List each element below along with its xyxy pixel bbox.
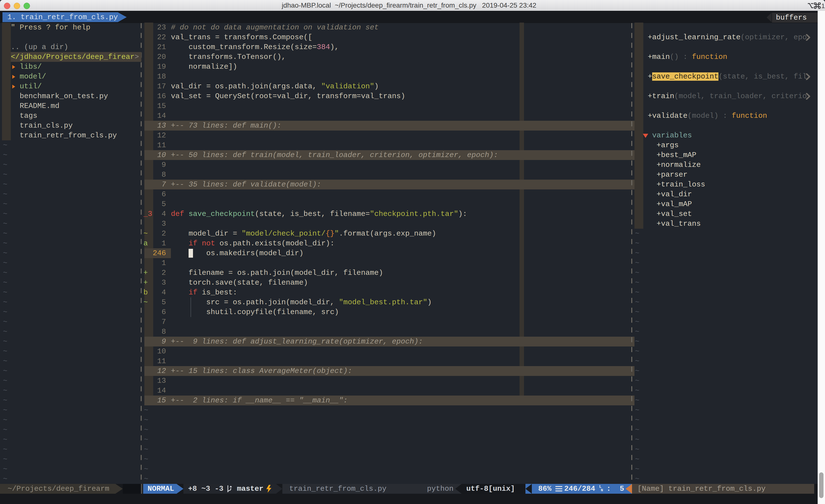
- svg-text:1: 1: [821, 2, 825, 9]
